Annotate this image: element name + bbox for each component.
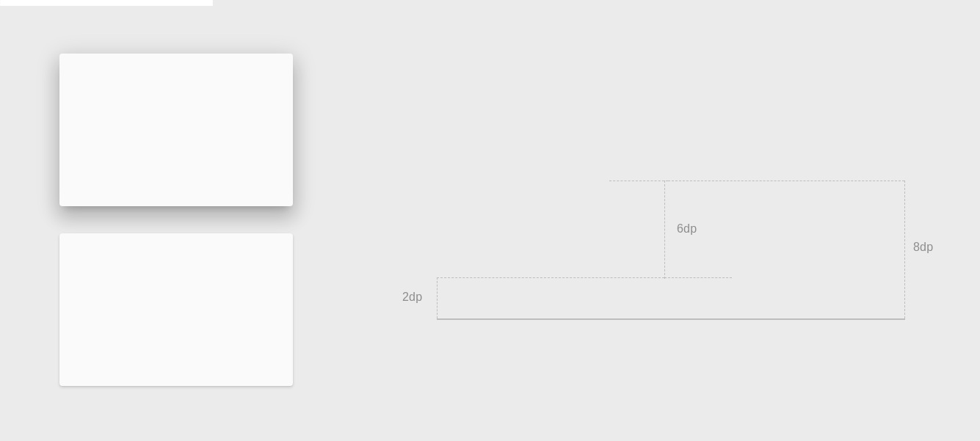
guide-8dp-vertical [904, 181, 905, 318]
elevation-sample-card-high [59, 54, 293, 206]
label-2dp: 2dp [402, 291, 422, 304]
guide-6dp-bottom [664, 277, 732, 278]
label-6dp: 6dp [677, 222, 697, 236]
guide-8dp-top [668, 181, 904, 181]
guide-6dp-vertical [664, 181, 665, 279]
guide-2dp-surface [0, 0, 213, 3]
label-8dp: 8dp [913, 241, 933, 254]
guide-2dp-top [437, 277, 664, 278]
baseline-surface-line [437, 318, 905, 320]
guide-2dp-vertical [437, 277, 438, 318]
elevation-sample-card-low [59, 233, 293, 386]
guide-8dp-surface [0, 3, 213, 6]
guide-6dp-top [609, 181, 668, 181]
